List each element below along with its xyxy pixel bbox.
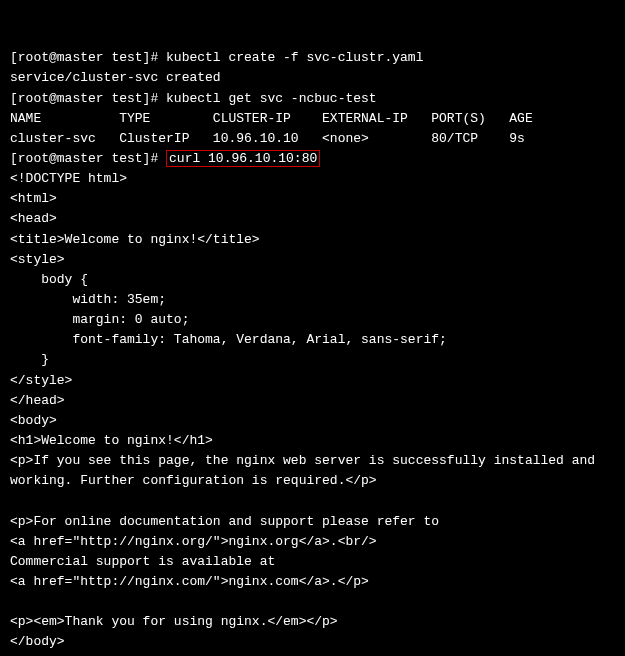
term-line: <p>For online documentation and support … — [10, 514, 439, 529]
term-line: <p>If you see this page, the nginx web s… — [10, 453, 595, 468]
term-line: <style> — [10, 252, 65, 267]
term-line: working. Further configuration is requir… — [10, 473, 377, 488]
term-line: cluster-svc ClusterIP 10.96.10.10 <none>… — [10, 131, 525, 146]
term-line: </body> — [10, 634, 65, 649]
term-line: } — [10, 352, 49, 367]
term-line: <a href="http://nginx.org/">nginx.org</a… — [10, 534, 377, 549]
term-line: </head> — [10, 393, 65, 408]
highlighted-command: curl 10.96.10.10:80 — [166, 150, 320, 167]
term-line: [root@master test]# kubectl create -f sv… — [10, 50, 423, 65]
term-line: width: 35em; — [10, 292, 166, 307]
term-line: </style> — [10, 373, 72, 388]
term-line: <body> — [10, 413, 57, 428]
term-line: NAME TYPE CLUSTER-IP EXTERNAL-IP PORT(S)… — [10, 111, 533, 126]
term-prompt: [root@master test]# — [10, 151, 166, 166]
term-line: margin: 0 auto; — [10, 312, 189, 327]
term-line: font-family: Tahoma, Verdana, Arial, san… — [10, 332, 447, 347]
term-line: body { — [10, 272, 88, 287]
term-line: <title>Welcome to nginx!</title> — [10, 232, 260, 247]
term-line: <p><em>Thank you for using nginx.</em></… — [10, 614, 338, 629]
term-line: [root@master test]# kubectl get svc -ncb… — [10, 91, 377, 106]
term-line: <a href="http://nginx.com/">nginx.com</a… — [10, 574, 369, 589]
term-line: Commercial support is available at — [10, 554, 275, 569]
term-line: <!DOCTYPE html> — [10, 171, 127, 186]
term-line: <head> — [10, 211, 57, 226]
term-line: service/cluster-svc created — [10, 70, 221, 85]
term-line: <html> — [10, 191, 57, 206]
term-line: <h1>Welcome to nginx!</h1> — [10, 433, 213, 448]
